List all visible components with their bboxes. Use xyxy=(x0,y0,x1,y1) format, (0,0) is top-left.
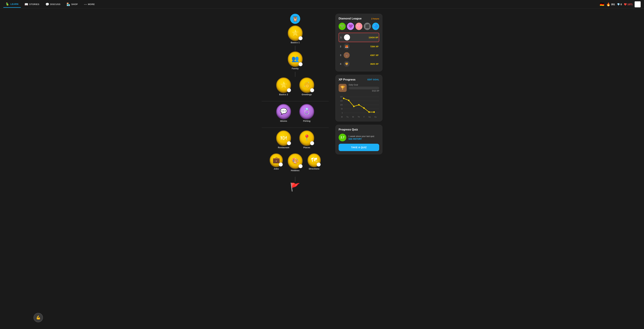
nav-discuss[interactable]: 💬 DISCUSS xyxy=(43,1,63,8)
xp-header: XP Progress EDIT GOAL xyxy=(338,78,379,81)
skill-circle-greetings: 👋 ✓ xyxy=(299,78,314,92)
skill-circle-directions: 🗺 ✓ xyxy=(308,154,321,166)
skill-basics2[interactable]: ⭐ ✓ Basics 2 xyxy=(276,78,291,96)
skill-circle-basics2: ⭐ ✓ xyxy=(276,78,291,92)
lb-row-1[interactable]: 1 13434 XP xyxy=(338,33,379,42)
xp-chart: 200 150 100 50 0 xyxy=(338,95,379,118)
take-quiz-button[interactable]: TAKE A QUIZ xyxy=(338,144,379,151)
goal-icon: 🏆 xyxy=(338,84,347,92)
chart-x-labels: M Tu W Th F Sa Su xyxy=(338,116,379,118)
league-avatar-1: 💚 xyxy=(338,23,346,30)
nav-learn-label: LEARN xyxy=(10,3,18,5)
svg-text:0: 0 xyxy=(342,112,343,114)
skill-idioms[interactable]: 💬 Idioms xyxy=(276,104,291,122)
skill-circle-basics1: ⭐ ✓ xyxy=(288,26,302,40)
svg-point-12 xyxy=(353,106,354,107)
places-label: Places xyxy=(303,146,310,149)
idioms-icon: 💬 xyxy=(280,108,288,115)
idioms-label: Idioms xyxy=(280,120,287,122)
skill-row-1: ⭐ ✓ Basics 2 👋 ✓ Greetings xyxy=(276,78,314,97)
svg-point-11 xyxy=(348,100,349,101)
lb-rank-3: 3 xyxy=(339,54,342,56)
skill-row-4: 💼 ✓ Jobs 🎨 ✓ Hobbies 🗺 ✓ Directions xyxy=(270,154,321,173)
lb-row-4[interactable]: 4 🦁 3925 XP xyxy=(338,60,379,68)
jobs-icon: 💼 xyxy=(272,156,280,164)
lb-avatar-1 xyxy=(344,34,350,40)
user-avatar[interactable] xyxy=(634,1,641,8)
nav-learn[interactable]: 🦜 LEARN xyxy=(3,1,21,8)
hobbies-badge: ✓ xyxy=(298,164,302,168)
nav-shop-label: SHOP xyxy=(71,3,78,6)
nav-stories[interactable]: 📖 STORIES xyxy=(22,1,42,8)
skill-circle-restaurant: 🍽 ✓ xyxy=(276,130,291,145)
skill-directions[interactable]: 🗺 ✓ Directions xyxy=(308,154,321,172)
skill-circle-jobs: 💼 ✓ xyxy=(270,154,283,166)
league-avatars: 💚 💜 🩷 ⬛ 🔷 xyxy=(338,23,379,30)
skill-circle-flirting: 💍 xyxy=(299,104,314,119)
skill-hobbies[interactable]: 🎨 ✓ Hobbies xyxy=(288,154,302,172)
skill-flirting[interactable]: 💍 Flirting xyxy=(299,104,314,122)
language-flag[interactable]: 🇩🇪 xyxy=(600,2,604,6)
workout-icon: 💪 xyxy=(36,316,40,320)
goal-info: Daily Goal 0/10 XP xyxy=(349,84,379,92)
chart-label-su: Su xyxy=(374,116,376,118)
quiz-score: 2.7 xyxy=(338,134,346,141)
basics2-label: Basics 2 xyxy=(279,93,288,96)
family-badge: ✓ xyxy=(298,62,302,66)
skill-row-2: 💬 Idioms 💍 Flirting xyxy=(276,104,314,124)
skill-family[interactable]: 👥 ✓ Family xyxy=(288,52,302,70)
skill-greetings[interactable]: 👋 ✓ Greetings xyxy=(299,78,314,96)
skill-places[interactable]: 📍 ✓ Places xyxy=(299,130,314,149)
places-icon: 📍 xyxy=(303,134,310,141)
xp-progress-card: XP Progress EDIT GOAL 🏆 Daily Goal 0/10 … xyxy=(336,75,382,122)
health-value: 1871 xyxy=(628,3,632,6)
skill-basics1[interactable]: ⭐ ✓ Basics 1 xyxy=(288,26,302,44)
lb-row-3[interactable]: 3 🐻 4387 XP xyxy=(338,51,379,60)
nav-right: 🇩🇪 🔥 351 💎 0 ❤️ 1871 xyxy=(600,1,641,8)
nav-shop[interactable]: 🏪 SHOP xyxy=(64,1,80,8)
chart-svg: 200 150 100 50 0 xyxy=(338,95,379,115)
jobs-label: Jobs xyxy=(274,168,279,170)
nav-stories-label: STORIES xyxy=(29,3,39,6)
directions-badge: ✓ xyxy=(317,162,321,166)
restaurant-label: Restaurant xyxy=(278,146,289,149)
basics1-label: Basics 1 xyxy=(291,41,300,44)
skill-circle-family: 👥 ✓ xyxy=(288,52,302,66)
quiz-description: 1 week since your last quiz xyxy=(348,135,379,138)
greetings-badge: ✓ xyxy=(310,88,314,92)
directions-label: Directions xyxy=(309,168,320,170)
skill-restaurant[interactable]: 🍽 ✓ Restaurant xyxy=(276,130,291,149)
svg-text:50: 50 xyxy=(341,108,343,110)
lb-avatar-3: 🐻 xyxy=(344,52,350,58)
diamond-league-card: Diamond League 2 hours 💚 💜 🩷 ⬛ 🔷 1 13434… xyxy=(336,14,382,72)
skill-circle-hobbies: 🎨 ✓ xyxy=(288,154,302,168)
see-history-link[interactable]: SEE HISTORY xyxy=(348,138,379,140)
skill-circle-idioms: 💬 xyxy=(276,104,291,119)
streak-display: 🔥 351 xyxy=(606,2,615,6)
lb-xp-3: 4387 XP xyxy=(370,54,378,56)
skill-jobs[interactable]: 💼 ✓ Jobs xyxy=(270,154,283,172)
lb-avatar-4: 🦁 xyxy=(344,61,350,67)
lb-xp-2: 7284 XP xyxy=(370,45,378,48)
svg-text:150: 150 xyxy=(340,100,343,102)
progress-quiz-card: Progress Quiz 2.7 1 week since your last… xyxy=(336,125,382,154)
daily-goal-row: 🏆 Daily Goal 0/10 XP xyxy=(338,84,379,92)
hobbies-icon: 🎨 xyxy=(292,157,299,164)
edit-goal-button[interactable]: EDIT GOAL xyxy=(368,78,379,81)
league-avatar-4: ⬛ xyxy=(364,23,371,30)
svg-point-10 xyxy=(343,98,344,99)
workout-button[interactable]: 💪 xyxy=(34,313,43,322)
course-content: 🦉 ⭐ ✓ Basics 1 👥 ✓ Family ⭐ ✓ xyxy=(262,14,329,192)
skill-row-3: 🍽 ✓ Restaurant 📍 ✓ Places xyxy=(276,130,314,150)
directions-icon: 🗺 xyxy=(311,156,317,164)
greetings-label: Greetings xyxy=(302,93,312,96)
svg-point-15 xyxy=(368,111,370,113)
lb-row-2[interactable]: 2 🦊 7284 XP xyxy=(338,42,379,51)
quiz-desc: 1 week since your last quiz SEE HISTORY xyxy=(348,135,379,140)
health-display: ❤️ 1871 xyxy=(624,3,632,6)
goal-progress-bar xyxy=(349,87,379,90)
league-avatar-2: 💜 xyxy=(347,23,354,30)
quiz-info-row: 2.7 1 week since your last quiz SEE HIST… xyxy=(338,134,379,141)
nav-more[interactable]: ⋯ MORE xyxy=(82,1,97,8)
chart-label-w: W xyxy=(352,116,354,118)
